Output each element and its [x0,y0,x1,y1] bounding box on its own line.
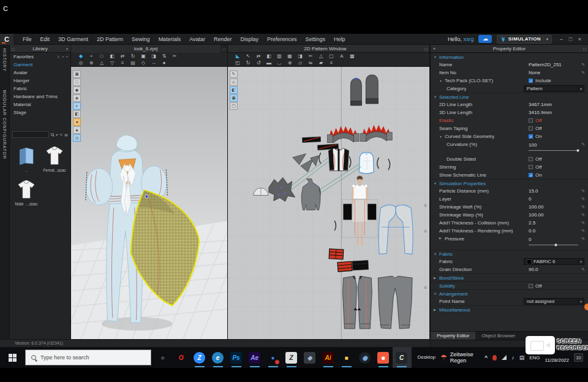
tab-property-editor[interactable]: Property Editor [431,332,475,340]
volume-icon[interactable]: ♪ [511,354,514,361]
display-toggle-icon[interactable]: ● [73,118,81,126]
display-toggle-icon[interactable]: ◐ [73,102,81,110]
pe-section-bond-skive[interactable]: Bond/Skive [431,273,588,281]
display-toggle-icon[interactable]: ▢ [230,102,238,110]
edit-icon[interactable] [581,211,585,219]
seam-taping-checkbox[interactable] [529,126,533,131]
menu-item[interactable]: Help [330,34,350,45]
history-tab[interactable]: HISTORY [2,48,7,72]
tool-icon[interactable]: ◧ [108,53,116,59]
curvature-slider[interactable] [529,150,578,151]
tool-icon[interactable]: ↻ [244,59,252,66]
category-dropdown[interactable]: Pattern [524,85,584,92]
notification-center-badge[interactable]: 10 [574,353,583,362]
chevron-down-icon[interactable] [578,299,584,304]
edit-icon[interactable] [581,265,585,273]
tool-icon[interactable]: ◰ [234,59,241,66]
menu-item[interactable]: 3D Garment [54,34,92,45]
tool-icon[interactable]: ≡ [119,59,126,66]
collapse-icon[interactable] [439,135,445,139]
display-toggle-icon[interactable]: ✎ [230,71,238,78]
schematic-line-checkbox[interactable] [529,173,533,177]
library-folder-up[interactable]: .. [15,145,38,172]
menu-item[interactable]: Preferences [263,34,301,45]
shirring-checkbox[interactable] [529,165,533,169]
tool-icon[interactable]: ▩ [349,53,356,59]
taskbar-app-icon[interactable]: Ps [227,347,246,368]
project-tab[interactable]: look_6.zprj [71,45,221,53]
modular-configurator-tab[interactable]: MODULAR CONFIGURATOR [2,90,7,159]
panel-menu-icon[interactable]: ▾ [64,47,70,51]
taskbar-app-icon[interactable]: ◆ [301,347,319,368]
collapse-icon[interactable] [434,55,439,59]
tool-icon[interactable]: ⇄ [119,53,126,59]
panel-popout-icon[interactable]: ▢ [221,47,227,51]
display-toggle-icon[interactable]: ◎ [73,134,81,142]
notification-app-icon[interactable] [492,355,497,361]
library-file-female[interactable]: Femal...zpac [43,145,66,172]
tool-icon[interactable]: ↖ [244,53,252,59]
display-toggle-icon[interactable]: ▣ [73,71,81,78]
fabric-dropdown[interactable]: FABRIC 6 [524,258,584,265]
pe-section-arrangement[interactable]: Arrangement [431,289,588,297]
tool-icon[interactable]: ⇋ [307,59,314,66]
tool-icon[interactable]: □ [98,53,105,59]
tool-icon[interactable]: △ [98,59,105,66]
elastic-checkbox[interactable] [529,118,533,123]
display-toggle-icon[interactable]: ◧ [73,110,81,118]
collapse-icon[interactable] [434,308,439,311]
taskbar-search[interactable]: Type here to search [25,350,151,365]
view-toggle-icon[interactable]: ▤ [64,132,68,137]
start-button[interactable] [0,347,25,368]
tool-icon[interactable]: A [338,53,345,59]
display-toggle-icon[interactable]: ▣ [230,94,238,102]
library-item-favorites[interactable]: Favorites ⇪ + + [10,53,70,61]
simulation-dropdown-arrow[interactable] [543,37,548,41]
display-toggle-icon[interactable]: ◧ [230,86,238,94]
taskbar-app-icon[interactable]: Z [282,347,301,368]
minimize-button[interactable]: – [557,34,566,45]
pe-section-selected-line[interactable]: Selected Line [431,93,588,101]
menu-item[interactable]: 2D Pattern [92,34,127,45]
tool-icon[interactable]: ▣ [140,53,147,59]
panel-popout-icon[interactable]: ▢ [423,47,429,51]
menu-item[interactable]: File [18,34,36,45]
solidify-checkbox[interactable] [529,284,533,288]
tool-icon[interactable]: ⇄ [255,53,262,59]
tool-icon[interactable]: ◆ [77,53,85,59]
library-category[interactable]: Hanger [10,77,70,85]
library-search-input[interactable] [12,131,49,138]
tool-icon[interactable]: ↔ [150,59,157,66]
chevron-down-icon[interactable] [578,259,584,264]
taskbar-app-icon[interactable]: O [172,347,190,368]
tool-icon[interactable]: ⊕ [88,59,95,66]
collapse-icon[interactable] [434,181,439,185]
display-toggle-icon[interactable]: ◇ [230,78,238,86]
collapse-icon[interactable] [434,276,439,280]
collapse-icon[interactable] [434,292,439,296]
tool-icon[interactable]: ≡ [328,59,335,66]
ime-icon[interactable]: ▤ [519,354,525,361]
edit-icon[interactable] [581,219,585,227]
display-toggle-icon[interactable]: ◈ [73,94,81,102]
taskbar-app-icon[interactable]: Ae [246,347,264,368]
menu-item[interactable]: Edit [36,34,55,45]
tool-icon[interactable]: ▤ [129,59,137,66]
tool-icon[interactable]: ◎ [77,59,85,66]
menu-item[interactable]: Render [209,34,236,45]
pe-section-information[interactable]: Information [431,53,588,61]
menu-item[interactable]: Settings [301,34,330,45]
taskbar-app-icon[interactable]: Z [190,347,209,368]
edit-icon[interactable] [581,69,585,77]
tool-icon[interactable]: ● [160,59,168,66]
library-category[interactable]: Stage [10,109,70,117]
tool-icon[interactable]: △ [317,53,325,59]
display-toggle-icon[interactable]: ◆ [73,86,81,94]
tool-icon[interactable]: ◧ [265,53,273,59]
maximize-button[interactable]: □ [566,34,575,45]
collapse-icon[interactable] [439,236,445,240]
tool-icon[interactable]: ⊕ [286,59,293,66]
display-toggle-icon[interactable]: □ [73,78,81,86]
tool-icon[interactable]: ⇅ [160,53,168,59]
library-category[interactable]: Fabric [10,85,70,93]
